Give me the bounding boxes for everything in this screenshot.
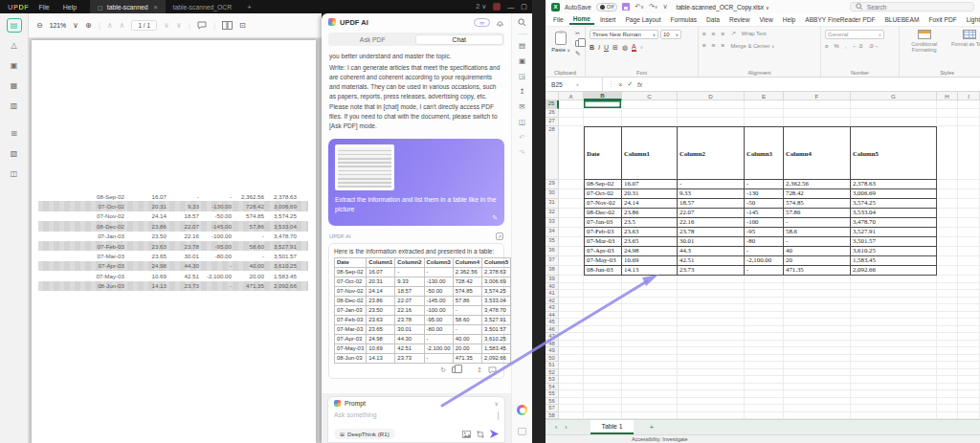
row-header-45[interactable]: 45 [546, 319, 559, 326]
cell-D56[interactable] [678, 398, 745, 406]
cell-D38[interactable]: 23.73 [678, 266, 745, 276]
regenerate-icon[interactable]: ↻ [440, 366, 446, 374]
redo-icon[interactable]: ↷∨ [649, 3, 658, 11]
cell-B52[interactable] [584, 369, 622, 377]
align-top-icon[interactable]: ≡ [702, 31, 707, 37]
cell-E30[interactable]: -130 [745, 189, 784, 199]
cell-F26[interactable] [784, 109, 851, 118]
cell-A36[interactable] [559, 247, 584, 256]
cell-H46[interactable] [937, 326, 958, 334]
align-bottom-icon[interactable]: ≡ [722, 31, 726, 37]
insert-function-icon[interactable]: fx [637, 81, 642, 88]
tab-table-scanned[interactable]: ▢ table-scanned × [90, 0, 165, 13]
cell-B35[interactable]: 07-Mar-03 [584, 237, 622, 247]
row-header-46[interactable]: 46 [546, 326, 559, 334]
cell-I37[interactable] [958, 256, 980, 266]
cell-G41[interactable] [851, 290, 937, 298]
cell-H58[interactable] [937, 412, 958, 420]
cell-E54[interactable] [745, 384, 784, 391]
row-header-29[interactable]: 29 [546, 180, 559, 189]
cell-H53[interactable] [937, 376, 958, 384]
cell-A54[interactable] [559, 384, 584, 391]
cell-H44[interactable] [937, 312, 958, 320]
cell-D53[interactable] [678, 376, 745, 384]
cell-F52[interactable] [784, 369, 851, 377]
cell-E58[interactable] [745, 412, 784, 420]
cell-H50[interactable] [937, 355, 958, 363]
cell-B32[interactable]: 08-Dec-02 [584, 209, 622, 218]
cell-G40[interactable] [851, 283, 937, 291]
merge-center-button[interactable]: Merge & Center ∨ [730, 43, 774, 49]
cell-H36[interactable] [937, 247, 958, 256]
cell-H39[interactable] [937, 276, 958, 283]
cell-E26[interactable] [745, 109, 784, 118]
cell-A27[interactable] [559, 118, 584, 126]
row-header-47[interactable]: 47 [546, 333, 559, 341]
cell-I40[interactable] [958, 283, 980, 291]
share-icon[interactable]: ↥ [477, 366, 482, 374]
cell-G47[interactable] [851, 333, 937, 341]
cell-B27[interactable] [584, 118, 622, 126]
cell-I39[interactable] [958, 276, 980, 283]
ribbon-tab-page-layout[interactable]: Page Layout [621, 15, 664, 24]
cell-G28[interactable]: Column5 [851, 126, 937, 180]
cell-E53[interactable] [745, 376, 784, 384]
cell-A47[interactable] [559, 333, 584, 341]
cell-G56[interactable] [851, 398, 937, 406]
cell-D47[interactable] [678, 333, 745, 341]
cell-C38[interactable]: 14.13 [622, 266, 678, 276]
cell-C57[interactable] [622, 405, 678, 412]
cell-H55[interactable] [937, 390, 958, 398]
cell-H45[interactable] [937, 319, 958, 326]
comment-icon[interactable] [197, 21, 207, 30]
cell-B47[interactable] [584, 333, 622, 341]
prev-sheet-icon[interactable]: ‹ [555, 424, 557, 431]
cell-F35[interactable]: - [784, 237, 851, 247]
accounting-format-icon[interactable]: ¤ [825, 43, 828, 49]
cell-H43[interactable] [937, 304, 958, 312]
cell-D57[interactable] [678, 405, 745, 412]
cell-I54[interactable] [958, 384, 980, 391]
cell-H37[interactable] [937, 256, 958, 266]
row-header-34[interactable]: 34 [546, 228, 559, 237]
cell-C27[interactable] [622, 118, 678, 126]
zoom-level[interactable]: 121% [50, 22, 66, 29]
cell-D28[interactable]: Column2 [678, 126, 745, 180]
cell-A56[interactable] [559, 398, 584, 406]
cell-I33[interactable] [958, 218, 980, 228]
row-header-48[interactable]: 48 [546, 341, 559, 348]
cell-C36[interactable]: 24.98 [622, 247, 678, 256]
cell-A44[interactable] [559, 312, 584, 320]
cell-E38[interactable]: - [745, 266, 784, 276]
cell-C37[interactable]: 10.69 [622, 256, 678, 266]
cell-F36[interactable]: 40 [784, 247, 851, 256]
sheet-tab-table1[interactable]: Table 1 [590, 420, 635, 434]
conditional-formatting-button[interactable]: Conditional Formatting [903, 30, 946, 68]
cell-A40[interactable] [559, 283, 584, 291]
cell-E33[interactable]: -100 [745, 218, 784, 228]
cell-I32[interactable] [958, 209, 980, 218]
cell-F54[interactable] [784, 384, 851, 391]
zoom-dropdown-icon[interactable]: ∨ [73, 21, 78, 30]
ribbon-tab-data[interactable]: Data [702, 15, 724, 24]
cell-I47[interactable] [958, 333, 980, 341]
row-header-54[interactable]: 54 [546, 384, 559, 391]
percent-style-icon[interactable]: % [834, 43, 838, 49]
cell-G45[interactable] [851, 319, 937, 326]
cell-C40[interactable] [622, 283, 678, 291]
cell-H34[interactable] [937, 228, 958, 237]
cell-D32[interactable]: 22.07 [678, 209, 745, 218]
column-header-B[interactable]: B [584, 92, 622, 100]
deepthink-chip[interactable]: ⊞ DeepThink (R1) [334, 429, 395, 439]
cell-G39[interactable] [851, 276, 937, 283]
window-count-badge[interactable]: 2 ∨ [476, 3, 486, 11]
cell-F39[interactable] [784, 276, 851, 283]
cell-C58[interactable] [622, 412, 678, 420]
cell-E31[interactable]: -50 [745, 199, 784, 209]
cell-D45[interactable] [678, 319, 745, 326]
row-header-57[interactable]: 57 [546, 405, 559, 412]
format-as-table-button[interactable]: Format as Table [949, 30, 980, 68]
cell-B51[interactable] [584, 362, 622, 369]
undo-icon[interactable]: ↶ [519, 133, 524, 142]
cell-G46[interactable] [851, 326, 937, 334]
